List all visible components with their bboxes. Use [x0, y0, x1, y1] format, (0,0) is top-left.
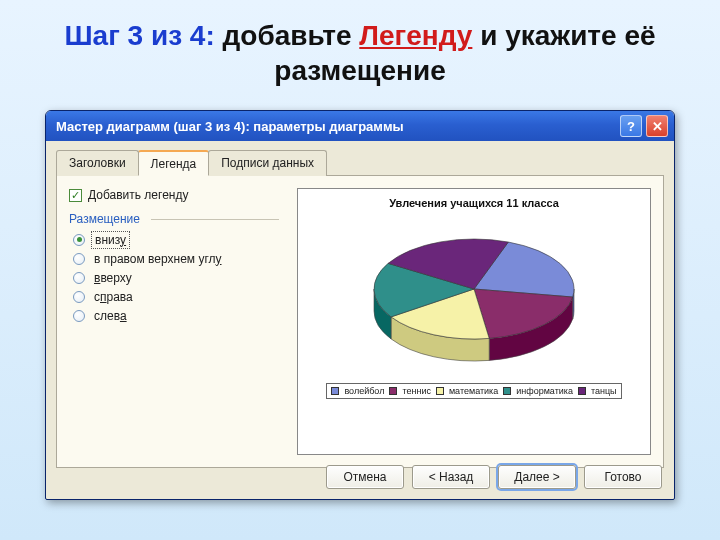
placement-radio-group: внизу в правом верхнем углу вверху справ… [73, 230, 279, 325]
next-button[interactable]: Далее > [498, 465, 576, 489]
radio-top-right[interactable] [73, 253, 85, 265]
placement-option-top[interactable]: вверху [73, 268, 279, 287]
close-icon: ✕ [652, 119, 663, 134]
radio-bottom[interactable] [73, 234, 85, 246]
chart-wizard-dialog: Мастер диаграмм (шаг 3 из 4): параметры … [45, 110, 675, 500]
legend-swatch [389, 387, 397, 395]
radio-right-label: справа [91, 289, 136, 305]
radio-top[interactable] [73, 272, 85, 284]
close-button[interactable]: ✕ [646, 115, 668, 137]
instruction-heading: Шаг 3 из 4: добавьте Легенду и укажите е… [0, 0, 720, 106]
chart-legend-box: волейболтеннисматематикаинформатикатанцы [326, 383, 621, 399]
help-button[interactable]: ? [620, 115, 642, 137]
placement-option-right[interactable]: справа [73, 287, 279, 306]
radio-bottom-label: внизу [91, 231, 130, 249]
placement-option-bottom[interactable]: внизу [73, 230, 279, 249]
tab-legend[interactable]: Легенда [138, 150, 210, 176]
heading-legend-word: Легенду [359, 20, 472, 51]
legend-item-label: волейбол [344, 386, 384, 396]
legend-item-label: математика [449, 386, 498, 396]
legend-item-label: танцы [591, 386, 617, 396]
titlebar: Мастер диаграмм (шаг 3 из 4): параметры … [46, 111, 674, 141]
placement-option-top-right[interactable]: в правом верхнем углу [73, 249, 279, 268]
window-title: Мастер диаграмм (шаг 3 из 4): параметры … [56, 119, 404, 134]
cancel-button[interactable]: Отмена [326, 465, 404, 489]
finish-button[interactable]: Готово [584, 465, 662, 489]
radio-left-label: слева [91, 308, 130, 324]
add-legend-label: Добавить легенду [88, 188, 188, 202]
chart-preview-title: Увлечения учащихся 11 класса [389, 197, 559, 209]
tab-titles[interactable]: Заголовки [56, 150, 139, 176]
radio-top-label: вверху [91, 270, 135, 286]
radio-top-right-label: в правом верхнем углу [91, 251, 225, 267]
pie-svg [344, 217, 604, 377]
dialog-buttons: Отмена < Назад Далее > Готово [326, 465, 662, 489]
tab-data-labels[interactable]: Подписи данных [208, 150, 327, 176]
legend-options: ✓ Добавить легенду Размещение внизу в пр… [69, 188, 279, 325]
pie-chart [344, 217, 604, 377]
legend-swatch [578, 387, 586, 395]
add-legend-checkbox-row[interactable]: ✓ Добавить легенду [69, 188, 279, 202]
radio-left[interactable] [73, 310, 85, 322]
legend-swatch [436, 387, 444, 395]
tab-strip: Заголовки Легенда Подписи данных [56, 149, 664, 176]
legend-swatch [503, 387, 511, 395]
radio-right[interactable] [73, 291, 85, 303]
heading-text-1: добавьте [215, 20, 360, 51]
back-button[interactable]: < Назад [412, 465, 490, 489]
chart-preview: Увлечения учащихся 11 класса волейболтен… [297, 188, 651, 455]
placement-option-left[interactable]: слева [73, 306, 279, 325]
legend-swatch [331, 387, 339, 395]
legend-item-label: информатика [516, 386, 573, 396]
add-legend-checkbox[interactable]: ✓ [69, 189, 82, 202]
legend-pane: ✓ Добавить легенду Размещение внизу в пр… [56, 176, 664, 468]
step-label: Шаг 3 из 4: [64, 20, 214, 51]
legend-item-label: теннис [402, 386, 431, 396]
placement-group-label: Размещение [69, 212, 279, 226]
